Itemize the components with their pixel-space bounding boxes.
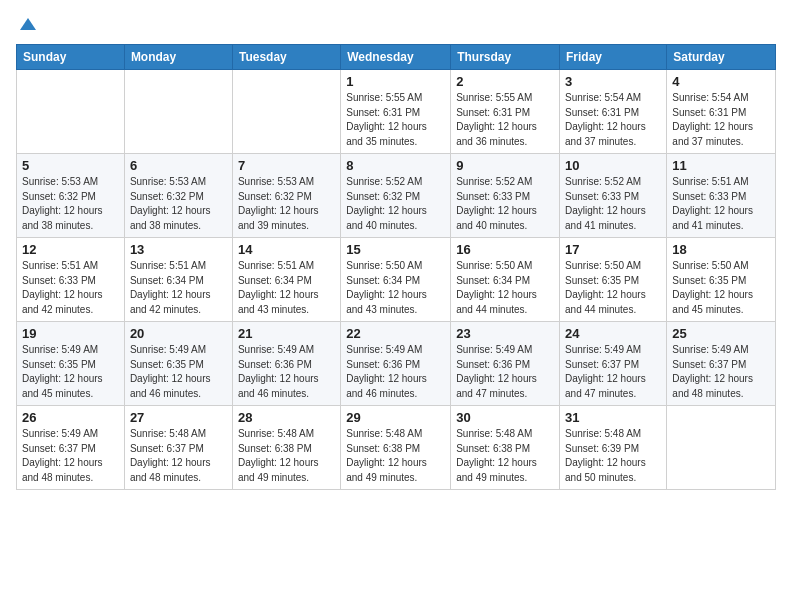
- day-info: Sunrise: 5:49 AM Sunset: 6:36 PM Dayligh…: [456, 343, 554, 401]
- day-info: Sunrise: 5:49 AM Sunset: 6:35 PM Dayligh…: [22, 343, 119, 401]
- calendar-cell: 22Sunrise: 5:49 AM Sunset: 6:36 PM Dayli…: [341, 322, 451, 406]
- day-number: 26: [22, 410, 119, 425]
- calendar-cell: 6Sunrise: 5:53 AM Sunset: 6:32 PM Daylig…: [124, 154, 232, 238]
- day-number: 17: [565, 242, 661, 257]
- logo-icon: [18, 16, 38, 36]
- day-info: Sunrise: 5:52 AM Sunset: 6:33 PM Dayligh…: [565, 175, 661, 233]
- calendar-cell: 16Sunrise: 5:50 AM Sunset: 6:34 PM Dayli…: [451, 238, 560, 322]
- day-number: 4: [672, 74, 770, 89]
- day-info: Sunrise: 5:48 AM Sunset: 6:38 PM Dayligh…: [346, 427, 445, 485]
- day-number: 2: [456, 74, 554, 89]
- day-number: 9: [456, 158, 554, 173]
- calendar-cell: 28Sunrise: 5:48 AM Sunset: 6:38 PM Dayli…: [232, 406, 340, 490]
- day-number: 24: [565, 326, 661, 341]
- calendar-cell: 2Sunrise: 5:55 AM Sunset: 6:31 PM Daylig…: [451, 70, 560, 154]
- day-number: 12: [22, 242, 119, 257]
- day-number: 22: [346, 326, 445, 341]
- calendar-cell: 7Sunrise: 5:53 AM Sunset: 6:32 PM Daylig…: [232, 154, 340, 238]
- day-info: Sunrise: 5:49 AM Sunset: 6:37 PM Dayligh…: [565, 343, 661, 401]
- day-number: 14: [238, 242, 335, 257]
- day-info: Sunrise: 5:53 AM Sunset: 6:32 PM Dayligh…: [22, 175, 119, 233]
- day-info: Sunrise: 5:50 AM Sunset: 6:35 PM Dayligh…: [672, 259, 770, 317]
- day-number: 19: [22, 326, 119, 341]
- column-header-monday: Monday: [124, 45, 232, 70]
- day-info: Sunrise: 5:54 AM Sunset: 6:31 PM Dayligh…: [565, 91, 661, 149]
- logo: [16, 16, 38, 36]
- day-info: Sunrise: 5:49 AM Sunset: 6:35 PM Dayligh…: [130, 343, 227, 401]
- day-info: Sunrise: 5:51 AM Sunset: 6:33 PM Dayligh…: [672, 175, 770, 233]
- day-number: 25: [672, 326, 770, 341]
- day-number: 20: [130, 326, 227, 341]
- calendar-cell: 8Sunrise: 5:52 AM Sunset: 6:32 PM Daylig…: [341, 154, 451, 238]
- calendar-cell: 15Sunrise: 5:50 AM Sunset: 6:34 PM Dayli…: [341, 238, 451, 322]
- calendar-week-row: 26Sunrise: 5:49 AM Sunset: 6:37 PM Dayli…: [17, 406, 776, 490]
- calendar-cell: [17, 70, 125, 154]
- calendar-cell: [124, 70, 232, 154]
- day-info: Sunrise: 5:49 AM Sunset: 6:36 PM Dayligh…: [238, 343, 335, 401]
- day-number: 8: [346, 158, 445, 173]
- day-number: 18: [672, 242, 770, 257]
- svg-marker-0: [20, 18, 36, 30]
- day-info: Sunrise: 5:50 AM Sunset: 6:34 PM Dayligh…: [346, 259, 445, 317]
- day-number: 31: [565, 410, 661, 425]
- calendar-week-row: 19Sunrise: 5:49 AM Sunset: 6:35 PM Dayli…: [17, 322, 776, 406]
- calendar-cell: 27Sunrise: 5:48 AM Sunset: 6:37 PM Dayli…: [124, 406, 232, 490]
- day-info: Sunrise: 5:49 AM Sunset: 6:37 PM Dayligh…: [672, 343, 770, 401]
- page-header: [16, 16, 776, 36]
- calendar-cell: 23Sunrise: 5:49 AM Sunset: 6:36 PM Dayli…: [451, 322, 560, 406]
- day-info: Sunrise: 5:55 AM Sunset: 6:31 PM Dayligh…: [456, 91, 554, 149]
- day-number: 1: [346, 74, 445, 89]
- calendar-cell: 31Sunrise: 5:48 AM Sunset: 6:39 PM Dayli…: [560, 406, 667, 490]
- column-header-thursday: Thursday: [451, 45, 560, 70]
- calendar-cell: 3Sunrise: 5:54 AM Sunset: 6:31 PM Daylig…: [560, 70, 667, 154]
- day-info: Sunrise: 5:48 AM Sunset: 6:38 PM Dayligh…: [456, 427, 554, 485]
- calendar-cell: 30Sunrise: 5:48 AM Sunset: 6:38 PM Dayli…: [451, 406, 560, 490]
- calendar-week-row: 12Sunrise: 5:51 AM Sunset: 6:33 PM Dayli…: [17, 238, 776, 322]
- day-info: Sunrise: 5:53 AM Sunset: 6:32 PM Dayligh…: [130, 175, 227, 233]
- day-info: Sunrise: 5:52 AM Sunset: 6:33 PM Dayligh…: [456, 175, 554, 233]
- calendar-cell: [232, 70, 340, 154]
- column-header-saturday: Saturday: [667, 45, 776, 70]
- calendar-cell: 13Sunrise: 5:51 AM Sunset: 6:34 PM Dayli…: [124, 238, 232, 322]
- day-number: 11: [672, 158, 770, 173]
- column-header-friday: Friday: [560, 45, 667, 70]
- calendar-week-row: 1Sunrise: 5:55 AM Sunset: 6:31 PM Daylig…: [17, 70, 776, 154]
- calendar-cell: 17Sunrise: 5:50 AM Sunset: 6:35 PM Dayli…: [560, 238, 667, 322]
- calendar-cell: 10Sunrise: 5:52 AM Sunset: 6:33 PM Dayli…: [560, 154, 667, 238]
- calendar-cell: [667, 406, 776, 490]
- day-info: Sunrise: 5:52 AM Sunset: 6:32 PM Dayligh…: [346, 175, 445, 233]
- calendar-cell: 18Sunrise: 5:50 AM Sunset: 6:35 PM Dayli…: [667, 238, 776, 322]
- day-info: Sunrise: 5:51 AM Sunset: 6:34 PM Dayligh…: [238, 259, 335, 317]
- calendar-cell: 19Sunrise: 5:49 AM Sunset: 6:35 PM Dayli…: [17, 322, 125, 406]
- day-info: Sunrise: 5:54 AM Sunset: 6:31 PM Dayligh…: [672, 91, 770, 149]
- calendar-cell: 12Sunrise: 5:51 AM Sunset: 6:33 PM Dayli…: [17, 238, 125, 322]
- day-number: 3: [565, 74, 661, 89]
- day-info: Sunrise: 5:51 AM Sunset: 6:34 PM Dayligh…: [130, 259, 227, 317]
- day-number: 30: [456, 410, 554, 425]
- day-info: Sunrise: 5:50 AM Sunset: 6:35 PM Dayligh…: [565, 259, 661, 317]
- day-info: Sunrise: 5:48 AM Sunset: 6:38 PM Dayligh…: [238, 427, 335, 485]
- day-info: Sunrise: 5:55 AM Sunset: 6:31 PM Dayligh…: [346, 91, 445, 149]
- column-header-sunday: Sunday: [17, 45, 125, 70]
- day-info: Sunrise: 5:53 AM Sunset: 6:32 PM Dayligh…: [238, 175, 335, 233]
- calendar-cell: 4Sunrise: 5:54 AM Sunset: 6:31 PM Daylig…: [667, 70, 776, 154]
- calendar-cell: 14Sunrise: 5:51 AM Sunset: 6:34 PM Dayli…: [232, 238, 340, 322]
- calendar-cell: 5Sunrise: 5:53 AM Sunset: 6:32 PM Daylig…: [17, 154, 125, 238]
- day-number: 27: [130, 410, 227, 425]
- day-info: Sunrise: 5:48 AM Sunset: 6:39 PM Dayligh…: [565, 427, 661, 485]
- day-number: 5: [22, 158, 119, 173]
- column-header-tuesday: Tuesday: [232, 45, 340, 70]
- calendar-cell: 29Sunrise: 5:48 AM Sunset: 6:38 PM Dayli…: [341, 406, 451, 490]
- day-number: 15: [346, 242, 445, 257]
- day-number: 6: [130, 158, 227, 173]
- calendar-cell: 26Sunrise: 5:49 AM Sunset: 6:37 PM Dayli…: [17, 406, 125, 490]
- day-info: Sunrise: 5:48 AM Sunset: 6:37 PM Dayligh…: [130, 427, 227, 485]
- day-info: Sunrise: 5:49 AM Sunset: 6:37 PM Dayligh…: [22, 427, 119, 485]
- day-number: 23: [456, 326, 554, 341]
- column-header-wednesday: Wednesday: [341, 45, 451, 70]
- day-number: 10: [565, 158, 661, 173]
- day-number: 28: [238, 410, 335, 425]
- calendar-cell: 25Sunrise: 5:49 AM Sunset: 6:37 PM Dayli…: [667, 322, 776, 406]
- calendar-header-row: SundayMondayTuesdayWednesdayThursdayFrid…: [17, 45, 776, 70]
- calendar-cell: 24Sunrise: 5:49 AM Sunset: 6:37 PM Dayli…: [560, 322, 667, 406]
